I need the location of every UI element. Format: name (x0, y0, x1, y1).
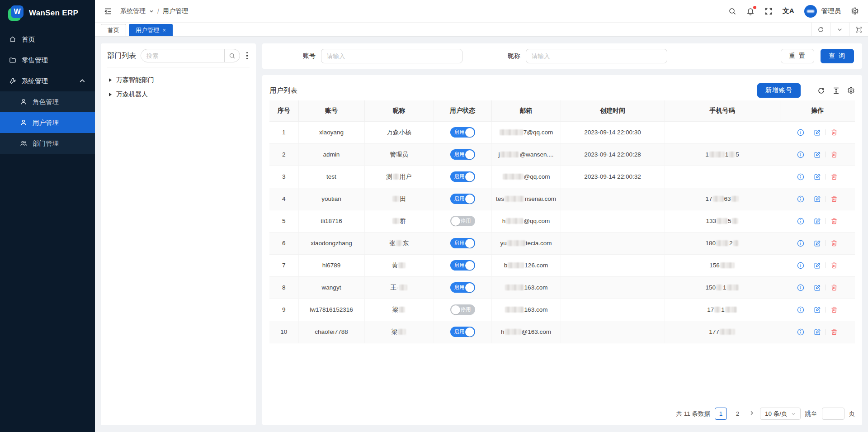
page-size-select[interactable]: 10 条/页 (760, 408, 801, 420)
cell-status: 停用 (434, 210, 491, 232)
delete-icon[interactable] (830, 195, 838, 203)
delete-icon[interactable] (830, 129, 838, 136)
reset-button[interactable]: 重 置 (781, 49, 814, 63)
page-button-1[interactable]: 1 (715, 408, 727, 420)
detail-info-icon[interactable] (797, 195, 804, 203)
sidebar-item-departments[interactable]: 部门管理 (0, 133, 95, 154)
breadcrumb-parent[interactable]: 系统管理 (120, 7, 146, 15)
add-account-button[interactable]: 新增账号 (757, 83, 801, 98)
refresh-table-icon[interactable] (817, 87, 825, 95)
edit-icon[interactable] (814, 306, 821, 313)
account-input[interactable] (321, 49, 462, 63)
table-settings-gear-icon[interactable] (847, 87, 855, 95)
status-toggle[interactable]: 启用 (450, 327, 475, 337)
status-toggle[interactable]: 启用 (450, 194, 475, 204)
detail-info-icon[interactable] (797, 262, 804, 269)
next-page-icon[interactable] (748, 410, 755, 417)
collapse-sidebar-icon[interactable] (104, 7, 112, 15)
status-toggle[interactable]: 停用 (450, 304, 475, 315)
detail-info-icon[interactable] (797, 173, 804, 180)
sidebar-item-label: 系统管理 (22, 77, 48, 85)
tab-home[interactable]: 首页 (101, 24, 126, 36)
tree-expand-icon[interactable] (109, 78, 112, 82)
tree-expand-icon[interactable] (109, 93, 112, 96)
status-toggle[interactable]: 启用 (450, 127, 475, 138)
delete-icon[interactable] (830, 328, 838, 336)
sidebar-item-label: 首页 (22, 35, 35, 44)
language-icon[interactable]: 文A (783, 7, 794, 15)
delete-icon[interactable] (830, 284, 838, 291)
delete-icon[interactable] (830, 240, 838, 247)
edit-icon[interactable] (814, 262, 821, 269)
edit-icon[interactable] (814, 218, 821, 225)
tree-node-wansen-robot[interactable]: 万森机器人 (107, 87, 250, 102)
cell-nickname: 梁 (364, 321, 434, 343)
chevron-up-icon (79, 77, 86, 85)
detail-info-icon[interactable] (797, 306, 804, 313)
tree-node-wansen-smart[interactable]: 万森智能部门 (107, 73, 250, 87)
department-search (141, 49, 240, 62)
department-more-icon[interactable] (245, 51, 250, 61)
sidebar-item-roles[interactable]: 角色管理 (0, 91, 95, 112)
table-row: 5tli18716群停用h@qq.com1335 (269, 210, 855, 232)
edit-icon[interactable] (814, 328, 821, 336)
status-toggle[interactable]: 启用 (450, 282, 475, 293)
cell-phone: 1501 (665, 276, 780, 299)
status-toggle[interactable]: 启用 (450, 260, 475, 271)
status-toggle[interactable]: 停用 (450, 216, 475, 226)
detail-info-icon[interactable] (797, 284, 804, 291)
app-logo[interactable]: W WanSen ERP (0, 0, 95, 26)
notification-bell-icon[interactable] (746, 7, 755, 15)
delete-icon[interactable] (830, 262, 838, 269)
status-toggle[interactable]: 启用 (450, 238, 475, 248)
tab-user-management[interactable]: 用户管理 × (129, 24, 173, 36)
delete-icon[interactable] (830, 306, 838, 313)
jump-page-input[interactable] (822, 408, 844, 420)
col-nickname: 昵称 (364, 100, 434, 121)
delete-icon[interactable] (830, 151, 838, 158)
sidebar-item-home[interactable]: 首页 (0, 29, 95, 50)
notification-badge (753, 6, 756, 9)
status-toggle[interactable]: 启用 (450, 149, 475, 160)
edit-icon[interactable] (814, 151, 821, 158)
edit-icon[interactable] (814, 173, 821, 180)
refresh-page-icon[interactable] (811, 23, 830, 36)
settings-gear-icon[interactable] (851, 7, 859, 15)
cell-account: lw17816152316 (298, 299, 364, 321)
detail-info-icon[interactable] (797, 328, 804, 336)
col-created: 创建时间 (561, 100, 665, 121)
col-index: 序号 (269, 100, 298, 121)
row-density-icon[interactable] (832, 87, 840, 95)
user-name[interactable]: 管理员 (821, 7, 841, 15)
sidebar-item-system[interactable]: 系统管理 (0, 71, 95, 91)
edit-icon[interactable] (814, 195, 821, 203)
close-tab-icon[interactable]: × (163, 27, 166, 33)
fullscreen-icon[interactable] (764, 7, 773, 15)
sidebar-item-users[interactable]: 用户管理 (0, 112, 95, 133)
detail-info-icon[interactable] (797, 129, 804, 136)
query-button[interactable]: 查 询 (821, 49, 854, 63)
cell-nickname: 测用户 (364, 166, 434, 188)
nickname-input[interactable] (526, 49, 667, 63)
chevron-down-icon (791, 412, 796, 416)
detail-info-icon[interactable] (797, 240, 804, 247)
department-search-icon[interactable] (224, 49, 240, 62)
cell-email: 7@qq.com (491, 121, 561, 143)
edit-icon[interactable] (814, 240, 821, 247)
table-row: 8wangyt王-启用163.com1501 (269, 276, 855, 299)
detail-info-icon[interactable] (797, 218, 804, 225)
detail-info-icon[interactable] (797, 151, 804, 158)
cell-created (561, 299, 665, 321)
search-icon[interactable] (728, 7, 736, 15)
edit-icon[interactable] (814, 129, 821, 136)
sidebar-item-retail[interactable]: 零售管理 (0, 50, 95, 71)
tabs-dropdown-icon[interactable] (830, 23, 849, 36)
status-toggle[interactable]: 启用 (450, 171, 475, 182)
page-button-2[interactable]: 2 (731, 408, 744, 420)
delete-icon[interactable] (830, 173, 838, 180)
edit-icon[interactable] (814, 284, 821, 291)
content-fullscreen-icon[interactable] (849, 23, 868, 36)
delete-icon[interactable] (830, 218, 838, 225)
department-search-input[interactable] (141, 52, 224, 59)
avatar[interactable] (804, 5, 817, 18)
